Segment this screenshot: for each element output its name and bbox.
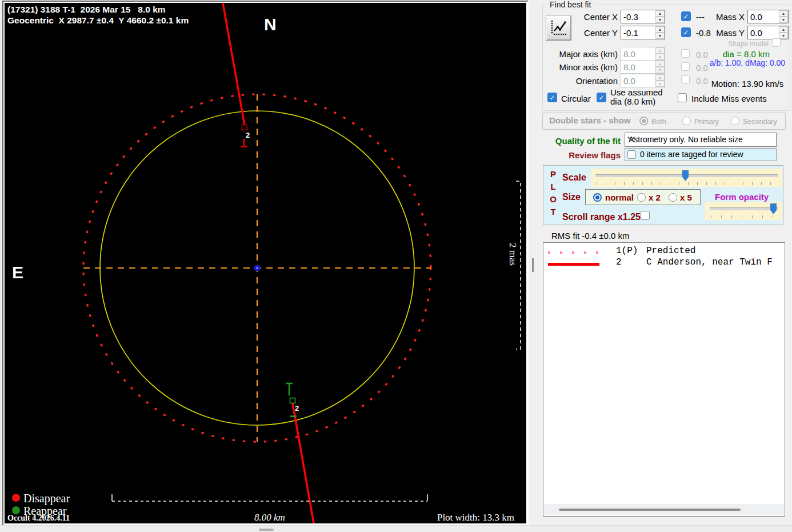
- use-assumed-line2: dia (8.0 km): [610, 97, 655, 106]
- plot-controls-panel: P L O T Scale Size normal x 2 x 5 Form o…: [543, 165, 783, 225]
- spinner-up-icon[interactable]: ▲: [655, 26, 665, 33]
- double-stars-secondary-radio[interactable]: [731, 117, 739, 125]
- orientation-spinner: ▲▼: [655, 74, 665, 87]
- major-axis-input: [621, 47, 657, 60]
- disappear-chord-label: 2: [246, 131, 250, 139]
- occultation-plot-frame: 2 2 (17321) 3188 T-1 2026 Mar 15 8.0 km …: [2, 1, 529, 526]
- observation-id[interactable]: 1(P): [616, 246, 638, 256]
- center-x-spinner[interactable]: ▲▼: [655, 10, 665, 23]
- list-horizontal-scrollbar[interactable]: [544, 504, 784, 515]
- spinner-up-icon: ▲: [655, 61, 665, 67]
- center-y-spinner[interactable]: ▲▼: [655, 26, 665, 39]
- double-stars-title: Double stars - show: [549, 115, 631, 125]
- orientation-field: ▲▼: [621, 74, 665, 87]
- plot-letter-o: O: [550, 194, 557, 204]
- scale-slider[interactable]: [591, 169, 782, 187]
- fit-center-x-checkbox[interactable]: ✓: [681, 11, 691, 21]
- use-assumed-dia-checkbox[interactable]: ✓: [597, 93, 606, 102]
- mass-y-label: Mass Y: [710, 28, 745, 38]
- include-miss-checkbox[interactable]: [678, 93, 687, 102]
- plot-letter-t: T: [550, 207, 555, 217]
- spinner-up-icon[interactable]: ▲: [779, 10, 788, 17]
- plot-letter-l: L: [550, 182, 555, 191]
- minor-axis-result: 0.0: [696, 63, 708, 73]
- occultation-plot[interactable]: 2 2 (17321) 3188 T-1 2026 Mar 15 8.0 km …: [5, 3, 526, 523]
- include-miss-label: Include Miss events: [691, 94, 767, 103]
- spinner-down-icon[interactable]: ▼: [779, 33, 788, 39]
- major-axis-spinner: ▲▼: [655, 47, 665, 60]
- fit-orientation-checkbox[interactable]: [681, 75, 690, 84]
- circular-label: Circular: [561, 94, 591, 103]
- spinner-up-icon[interactable]: ▲: [779, 26, 788, 33]
- fit-center-y-checkbox[interactable]: ✓: [681, 27, 691, 37]
- legend-disappear-label: Disappear: [23, 492, 70, 505]
- observations-list[interactable]: 1(P) Predicted 2 C Anderson, near Twin F: [543, 242, 785, 517]
- form-opacity-label: Form opacity: [715, 192, 769, 202]
- form-opacity-slider[interactable]: [705, 202, 782, 220]
- bottom-scroll-grip[interactable]: [259, 529, 274, 531]
- occult-fit-window: 2 2 (17321) 3188 T-1 2026 Mar 15 8.0 km …: [0, 0, 792, 532]
- chord-after-reappear: [293, 403, 314, 523]
- checkmark-icon: ✓: [683, 29, 689, 36]
- orientation-label: Orientation: [543, 76, 618, 86]
- center-x-input[interactable]: [621, 10, 657, 23]
- minor-axis-spinner: ▲▼: [655, 61, 665, 73]
- minor-axis-field: ▲▼: [621, 60, 665, 74]
- mass-x-spinner[interactable]: ▲▼: [779, 10, 788, 23]
- review-flags-checkbox[interactable]: [627, 150, 636, 159]
- rms-fit-readout: RMS fit -0.4 ±0.0 km: [551, 231, 630, 241]
- spinner-up-icon[interactable]: ▲: [655, 10, 665, 17]
- fit-minor-axis-checkbox[interactable]: [681, 62, 690, 71]
- east-label: E: [12, 263, 23, 282]
- find-best-fit-title: Find best fit: [547, 0, 593, 9]
- center-y-input[interactable]: [621, 26, 657, 39]
- mass-x-label: Mass X: [710, 12, 745, 22]
- fit-major-axis-checkbox[interactable]: [681, 49, 690, 58]
- checkmark-icon: ✓: [683, 13, 689, 20]
- double-stars-primary-label: Primary: [694, 118, 719, 126]
- size-option-box: normal x 2 x 5: [585, 189, 701, 205]
- window-bottom-strip: [0, 525, 792, 532]
- minor-axis-input: [621, 61, 657, 73]
- spinner-up-icon: ▲: [655, 74, 665, 81]
- shape-model-checkbox[interactable]: [772, 38, 781, 47]
- form-opacity-slider-ticks: [711, 215, 778, 218]
- scale-slider-thumb[interactable]: [682, 170, 689, 181]
- circular-checkbox[interactable]: ✓: [547, 93, 557, 102]
- form-opacity-slider-thumb[interactable]: [770, 203, 777, 214]
- observation-name[interactable]: Predicted: [646, 246, 695, 256]
- double-stars-both-radio[interactable]: [639, 117, 648, 125]
- size-normal-radio[interactable]: [593, 193, 602, 202]
- list-scrollbar-thumb[interactable]: [559, 509, 741, 511]
- scale-slider-ticks: [597, 182, 778, 185]
- size-x2-radio[interactable]: [637, 193, 646, 202]
- mass-y-field: ▲▼: [747, 26, 789, 39]
- mass-y-input[interactable]: [748, 26, 781, 39]
- mass-y-spinner[interactable]: ▲▼: [779, 26, 788, 39]
- plot-header-line2: Geocentric X 2987.7 ±0.4 Y 4660.2 ±0.1 k…: [7, 15, 189, 25]
- scroll-range-checkbox[interactable]: [641, 211, 650, 220]
- spinner-down-icon[interactable]: ▼: [655, 33, 665, 39]
- observation-name[interactable]: C Anderson, near Twin F: [646, 257, 773, 267]
- spinner-down-icon[interactable]: ▼: [779, 17, 788, 23]
- quality-dropdown[interactable]: Astrometry only. No reliable size: [625, 133, 777, 147]
- spinner-down-icon[interactable]: ▼: [655, 17, 665, 23]
- size-x5-radio[interactable]: [669, 193, 677, 202]
- observation-id[interactable]: 2: [616, 257, 622, 267]
- mass-x-input[interactable]: [748, 10, 781, 23]
- panel-splitter-handle[interactable]: [532, 258, 534, 272]
- orientation-result: 0.0: [696, 76, 708, 86]
- minor-axis-label: Minor axis (km): [543, 62, 618, 72]
- form-opacity-slider-track[interactable]: [710, 207, 778, 210]
- spinner-up-icon: ▲: [655, 47, 665, 54]
- vertical-scale-label: 2 mas: [507, 243, 518, 266]
- scale-bar-label: 8.00 km: [254, 512, 285, 523]
- north-label: N: [264, 15, 277, 34]
- orientation-input: [621, 74, 657, 87]
- disappear-dot-icon: [12, 494, 20, 502]
- center-x-label: Center X: [543, 12, 618, 22]
- double-stars-primary-radio[interactable]: [682, 117, 691, 125]
- mass-x-field: ▲▼: [747, 10, 789, 23]
- plot-vertical-word: P L O T: [549, 168, 557, 218]
- control-panel: Find best fit Center X ▲▼ ✓ ---: [538, 0, 792, 525]
